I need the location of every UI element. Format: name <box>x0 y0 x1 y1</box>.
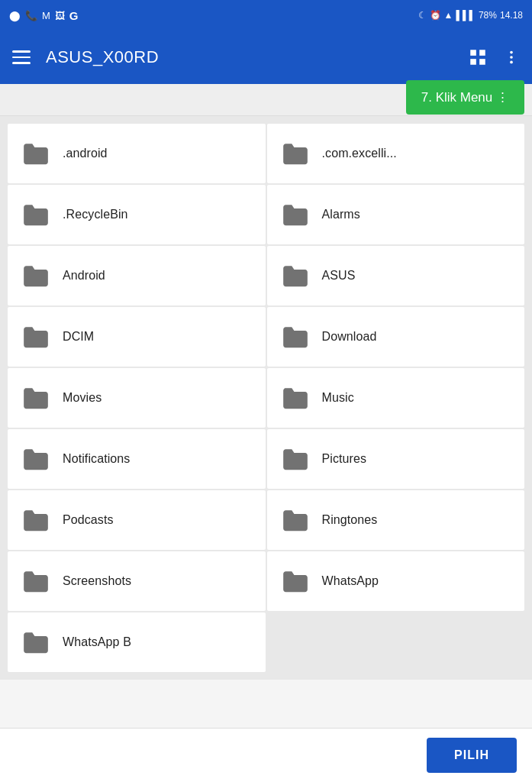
app-bar: ASUS_X00RD 7. Klik Menu ⋮ <box>0 31 532 84</box>
list-item[interactable]: Download <box>267 307 525 367</box>
file-name-label: Screenshots <box>63 574 131 588</box>
list-item[interactable]: Music <box>267 368 525 428</box>
list-item[interactable]: Android <box>8 246 266 305</box>
folder-icon <box>281 325 310 349</box>
alarm-icon: ⏰ <box>430 10 441 21</box>
list-item[interactable]: DCIM <box>8 307 266 367</box>
hamburger-menu-button[interactable] <box>12 50 31 64</box>
svg-rect-1 <box>479 50 485 56</box>
list-item[interactable]: Alarms <box>267 185 525 244</box>
wifi-signal-icon: ▲ <box>444 10 453 21</box>
folder-icon <box>21 325 50 349</box>
svg-point-6 <box>510 61 513 64</box>
file-name-label: .RecycleBin <box>63 208 128 221</box>
signal-bars-icon: ▌▌▌ <box>456 10 476 21</box>
folder-icon <box>21 386 50 410</box>
file-name-label: .android <box>63 147 108 160</box>
file-name-label: Pictures <box>322 452 367 466</box>
app-bar-icons <box>468 47 520 67</box>
folder-icon <box>281 141 310 166</box>
list-item[interactable]: .RecycleBin <box>8 185 266 244</box>
folder-icon <box>281 569 310 593</box>
image-icon: 🖼 <box>55 10 65 21</box>
folder-icon <box>281 202 310 227</box>
list-item[interactable]: Podcasts <box>8 490 266 550</box>
file-name-label: Ringtones <box>322 513 378 527</box>
file-name-label: WhatsApp <box>322 574 379 588</box>
gmail-icon: M <box>42 10 50 21</box>
file-name-label: .com.excelli... <box>322 147 397 160</box>
file-name-label: Android <box>63 269 105 283</box>
file-name-label: Music <box>322 391 354 405</box>
svg-rect-0 <box>470 50 476 56</box>
list-item[interactable]: .com.excelli... <box>267 124 525 183</box>
file-name-label: Movies <box>63 391 102 405</box>
list-item[interactable]: WhatsApp B <box>8 612 266 672</box>
file-name-label: ASUS <box>322 269 356 283</box>
wifi-icon: ⬤ <box>9 10 21 21</box>
folder-icon <box>281 447 310 471</box>
status-bar-left: ⬤ 📞 M 🖼 G <box>9 9 79 22</box>
folder-icon <box>21 569 50 593</box>
app-bar-title: ASUS_X00RD <box>46 47 468 67</box>
folder-icon <box>281 263 310 288</box>
battery-percent: 78% <box>479 10 497 21</box>
folder-icon <box>21 508 50 532</box>
file-name-label: DCIM <box>63 330 94 344</box>
folder-icon <box>21 202 50 227</box>
list-item[interactable]: .android <box>8 124 266 183</box>
tooltip-popup: 7. Klik Menu ⋮ <box>406 80 524 115</box>
time-display: 14.18 <box>500 10 523 21</box>
file-grid: .android .com.excelli... .RecycleBin A <box>0 116 532 680</box>
status-bar: ⬤ 📞 M 🖼 G ☾ ⏰ ▲ ▌▌▌ 78% 14.18 <box>0 0 532 31</box>
svg-point-4 <box>510 51 513 54</box>
file-name-label: WhatsApp B <box>63 635 131 649</box>
file-name-label: Notifications <box>63 452 130 466</box>
folder-icon <box>21 447 50 471</box>
svg-rect-3 <box>479 59 485 65</box>
bottom-bar: PILIH <box>0 728 532 782</box>
list-item[interactable]: Pictures <box>267 429 525 489</box>
file-name-label: Download <box>322 330 377 344</box>
svg-point-5 <box>510 56 513 59</box>
folder-icon <box>21 263 50 288</box>
pilih-button[interactable]: PILIH <box>427 738 517 773</box>
folder-icon <box>21 141 50 166</box>
moon-icon: ☾ <box>418 10 427 21</box>
list-item[interactable]: Screenshots <box>8 551 266 611</box>
folder-icon <box>21 630 50 654</box>
file-name-label: Alarms <box>322 208 360 221</box>
list-item[interactable]: ASUS <box>267 246 525 305</box>
svg-rect-2 <box>470 59 476 65</box>
folder-icon <box>281 386 310 410</box>
g-icon: G <box>69 9 79 22</box>
list-item[interactable]: Notifications <box>8 429 266 489</box>
status-bar-right: ☾ ⏰ ▲ ▌▌▌ 78% 14.18 <box>418 10 523 21</box>
list-item[interactable]: WhatsApp <box>267 551 525 611</box>
file-name-label: Podcasts <box>63 513 114 527</box>
more-options-icon[interactable] <box>503 49 520 66</box>
folder-icon <box>281 508 310 532</box>
phone-icon: 📞 <box>25 10 37 21</box>
list-item[interactable]: Movies <box>8 368 266 428</box>
list-item[interactable]: Ringtones <box>267 490 525 550</box>
grid-view-icon[interactable] <box>468 47 488 67</box>
